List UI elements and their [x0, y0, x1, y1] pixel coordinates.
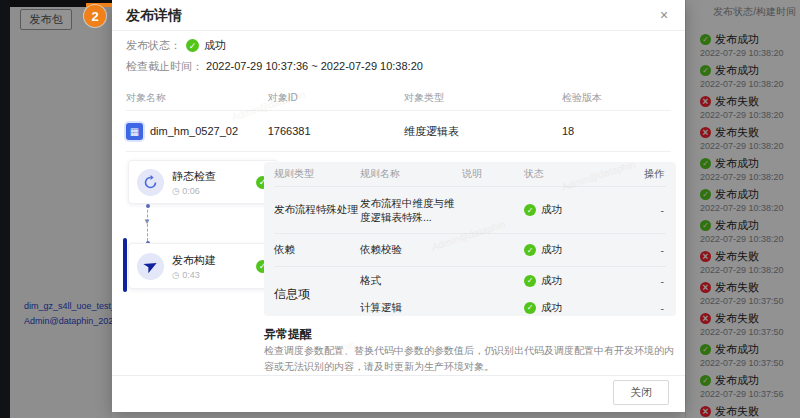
- connector-dot: [146, 204, 150, 208]
- close-icon[interactable]: ×: [655, 6, 673, 24]
- check-deadline-label: 检查截止时间：: [126, 60, 203, 72]
- col-rule-status: 状态: [524, 167, 622, 181]
- publish-build-icon: [137, 253, 164, 280]
- check-version: 18: [562, 125, 671, 137]
- col-object-type: 对象类型: [404, 91, 562, 105]
- step-title: 静态检查: [172, 169, 248, 184]
- rule-status: 成功: [541, 274, 562, 288]
- success-check-icon: [186, 39, 199, 52]
- success-check-icon: [524, 244, 536, 256]
- success-check-icon: [524, 302, 536, 314]
- col-rule-type: 规则类型: [274, 167, 360, 181]
- success-check-icon: [524, 204, 536, 216]
- step-duration: 0:06: [172, 186, 248, 196]
- object-name: dim_hm_0527_02: [150, 125, 238, 137]
- rule-action: -: [622, 244, 666, 256]
- rule-name: 发布流程中维度与维度逻辑表特殊...: [360, 196, 462, 224]
- col-object-name: 对象名称: [126, 91, 268, 105]
- modal-footer: 关闭: [112, 375, 685, 412]
- rule-row[interactable]: 格式 成功 -: [360, 267, 666, 294]
- col-rule-name: 规则名称: [360, 167, 462, 181]
- rule-name: 格式: [360, 274, 462, 288]
- count-badge: 2: [84, 5, 106, 27]
- rule-action: -: [622, 275, 666, 287]
- publish-detail-modal: 发布详情 × 发布状态： 成功 检查截止时间： 2022-07-29 10:37…: [112, 0, 685, 412]
- rule-status: 成功: [541, 203, 562, 217]
- rule-type: 依赖: [274, 243, 360, 257]
- rule-row[interactable]: 发布流程特殊处理 发布流程中维度与维度逻辑表特殊... 成功 -: [274, 187, 666, 234]
- rule-name: 依赖校验: [360, 243, 462, 257]
- rule-name: 计算逻辑: [360, 301, 462, 315]
- rules-table-header: 规则类型 规则名称 说明 状态 操作: [274, 162, 666, 187]
- arrow-down-icon: ▼: [143, 217, 151, 226]
- rule-type: 信息项: [274, 286, 360, 303]
- rule-action: -: [622, 302, 666, 314]
- rules-table-card: 规则类型 规则名称 说明 状态 操作 发布流程特殊处理 发布流程中维度与维度逻辑…: [264, 162, 676, 316]
- col-object-id: 对象ID: [268, 91, 404, 105]
- rule-row[interactable]: 依赖 依赖校验 成功 -: [274, 234, 666, 267]
- object-id: 1766381: [268, 125, 404, 137]
- screen: 发布包 dim_gz_s4ll_uoe_test_01 Admin@dataph…: [0, 0, 800, 418]
- object-type: 维度逻辑表: [404, 124, 562, 139]
- modal-header: 发布详情 ×: [112, 0, 685, 31]
- exception-title: 异常提醒: [264, 326, 312, 343]
- object-table: 对象名称 对象ID 对象类型 检验版本 ▦ dim_hm_0527_02 176…: [126, 86, 671, 152]
- col-rule-desc: 说明: [462, 167, 524, 181]
- close-button[interactable]: 关闭: [613, 380, 669, 405]
- check-deadline-row: 检查截止时间： 2022-07-29 10:37:36 ~ 2022-07-29…: [126, 59, 423, 74]
- exception-description: 检查调度参数配置、替换代码中参数的参数值后，仍识别出代码及调度配置中有开发环境的…: [264, 343, 678, 374]
- col-rule-action: 操作: [622, 167, 666, 181]
- publish-status-label: 发布状态：: [126, 38, 181, 53]
- step-static-check[interactable]: 静态检查 0:06: [128, 160, 278, 204]
- rule-status: 成功: [541, 301, 562, 315]
- rule-group: 信息项 格式 成功 - 计算逻辑 成功 -: [274, 267, 666, 316]
- publish-status-value: 成功: [204, 38, 226, 53]
- col-check-version: 检验版本: [562, 91, 671, 105]
- step-duration: 0:43: [172, 270, 248, 280]
- rule-action: -: [622, 204, 666, 216]
- publish-status-row: 发布状态： 成功: [126, 38, 226, 53]
- dimension-table-icon: ▦: [126, 123, 143, 140]
- success-check-icon: [524, 275, 536, 287]
- rule-row[interactable]: 计算逻辑 成功 -: [360, 294, 666, 316]
- step-title: 发布构建: [172, 253, 248, 268]
- selected-step-indicator: [123, 238, 127, 292]
- object-table-row[interactable]: ▦ dim_hm_0527_02 1766381 维度逻辑表 18: [126, 111, 671, 152]
- step-publish-build[interactable]: 发布构建 0:43: [128, 243, 278, 289]
- modal-title: 发布详情: [126, 7, 182, 25]
- object-table-header: 对象名称 对象ID 对象类型 检验版本: [126, 86, 671, 111]
- check-deadline-value: 2022-07-29 10:37:36 ~ 2022-07-29 10:38:2…: [206, 60, 423, 72]
- rule-type: 发布流程特殊处理: [274, 203, 360, 217]
- static-check-icon: [137, 169, 164, 196]
- rule-status: 成功: [541, 243, 562, 257]
